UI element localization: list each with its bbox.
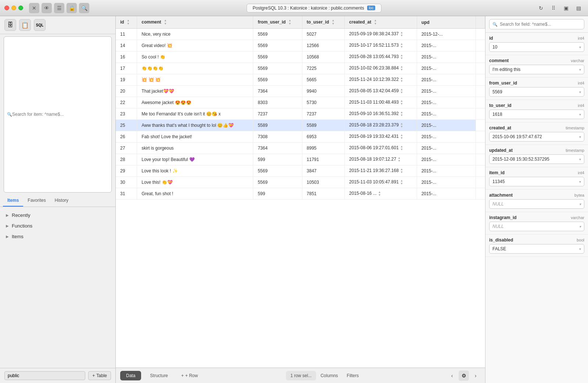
cell-upd[interactable]: 2015-...	[417, 97, 476, 108]
cell-comment[interactable]: Love your top! Beautiful 💜	[137, 154, 253, 165]
prev-arrow[interactable]: ‹	[447, 371, 457, 381]
settings-icon[interactable]: ⚙	[459, 371, 469, 381]
row-selection-info[interactable]: 1 row sel...	[286, 371, 316, 380]
cell-to_user_id[interactable]: 7851	[302, 188, 345, 200]
cell-comment[interactable]: Fab shot! Love the jacket!	[137, 131, 253, 143]
field-value-created_at[interactable]: 2015-10-06 19:57:47.672 ▾	[489, 132, 584, 142]
grid-icon[interactable]: ⠿	[548, 3, 559, 13]
refresh-icon[interactable]: ↻	[536, 3, 546, 13]
panel-right-icon[interactable]: ▤	[573, 3, 584, 13]
cell-comment[interactable]: 👏👏👏👏	[137, 63, 253, 74]
table-row[interactable]: 17👏👏👏👏556972252015-10-02 06:23:38.884▲▼2…	[116, 63, 485, 74]
field-value-from_user_id[interactable]: 5569 ▾	[489, 87, 584, 97]
field-value-attachment[interactable]: NULL ▾	[489, 199, 584, 209]
next-arrow[interactable]: ›	[470, 371, 481, 381]
cell-from_user_id[interactable]: 5569	[253, 165, 302, 177]
table-row[interactable]: 30Love this! 👏💝5569105032015-11-03 10:05…	[116, 177, 485, 188]
field-value-id[interactable]: 10 ▾	[489, 42, 584, 52]
db-icon[interactable]: 🗄	[4, 19, 16, 31]
cell-from_user_id[interactable]: 5569	[253, 177, 302, 188]
cell-upd[interactable]: 2015-...	[417, 108, 476, 120]
cell-created_at[interactable]: 2015-09-19 08:38:24.337▲▼	[345, 29, 417, 40]
cell-comment[interactable]: Nice, very nice	[137, 29, 253, 40]
cell-id[interactable]: 30	[116, 177, 137, 188]
tab-history[interactable]: History	[50, 195, 73, 207]
cell-upd[interactable]: 2015-...	[417, 131, 476, 143]
data-table-container[interactable]: id ▲▼ comment ▲▼ from_user_id ▲▼ to_us	[116, 16, 485, 368]
cell-id[interactable]: 17	[116, 63, 137, 74]
cell-id[interactable]: 14	[116, 40, 137, 51]
cell-upd[interactable]: 2015-...	[417, 51, 476, 63]
lock-icon[interactable]: 🔒	[67, 3, 77, 13]
cell-id[interactable]: 22	[116, 97, 137, 108]
field-value-comment[interactable]: I'm editing this ▾	[489, 65, 584, 74]
cell-comment[interactable]: Me too Fernanda! It's cute isn't it 😊😘 x	[137, 108, 253, 120]
cell-to_user_id[interactable]: 5589	[302, 120, 345, 131]
cell-upd[interactable]: 2015-...	[417, 143, 476, 154]
sql-icon[interactable]: SQL	[34, 19, 46, 31]
tab-data[interactable]: Data	[120, 371, 141, 380]
sidebar-item-items[interactable]: ▶ Items	[0, 231, 115, 242]
cell-id[interactable]: 28	[116, 154, 137, 165]
cell-to_user_id[interactable]: 5665	[302, 74, 345, 86]
cell-comment[interactable]: Great, fun shot !	[137, 188, 253, 200]
col-comment[interactable]: comment ▲▼	[137, 16, 253, 29]
cell-id[interactable]: 25	[116, 120, 137, 131]
cell-created_at[interactable]: 2015-11-03 10:05:47.891▲▼	[345, 177, 417, 188]
schema-select[interactable]: public	[4, 371, 85, 380]
tab-items[interactable]: Items	[3, 195, 23, 207]
sidebar-search-input[interactable]	[12, 112, 108, 117]
cell-comment[interactable]: Love this look ! ✨	[137, 165, 253, 177]
cell-to_user_id[interactable]: 3847	[302, 165, 345, 177]
table-row[interactable]: 19💥 💥 💥556956652015-11-24 10:12:39.322▲▼…	[116, 74, 485, 86]
sidebar-search[interactable]: 🔍	[4, 36, 112, 193]
table-icon[interactable]: 📋	[19, 19, 31, 31]
cell-to_user_id[interactable]: 7237	[302, 108, 345, 120]
cell-from_user_id[interactable]: 599	[253, 188, 302, 200]
cell-to_user_id[interactable]: 8995	[302, 143, 345, 154]
field-value-updated_at[interactable]: 2015-12-08 15:30:52.537295 ▾	[489, 154, 584, 164]
cell-id[interactable]: 19	[116, 74, 137, 86]
table-row[interactable]: 27skirt is gorgeous736489952015-08-06 19…	[116, 143, 485, 154]
cell-id[interactable]: 29	[116, 165, 137, 177]
cell-id[interactable]: 26	[116, 131, 137, 143]
cell-id[interactable]: 11	[116, 29, 137, 40]
maximize-button[interactable]	[18, 6, 23, 10]
cell-from_user_id[interactable]: 7364	[253, 143, 302, 154]
cell-created_at[interactable]: 2015-08-05 13:42:04.459▲▼	[345, 86, 417, 97]
field-value-instagram_id[interactable]: NULL ▾	[489, 222, 584, 231]
panel-left-icon[interactable]: ▣	[561, 3, 571, 13]
col-created-at[interactable]: created_at ▲▼	[345, 16, 417, 29]
cell-to_user_id[interactable]: 9940	[302, 86, 345, 97]
cell-upd[interactable]: 2015-...	[417, 74, 476, 86]
table-row[interactable]: 22Awesome jacket 😍😍😍830357302015-11-03 1…	[116, 97, 485, 108]
cell-to_user_id[interactable]: 7225	[302, 63, 345, 74]
cell-created_at[interactable]: 2015-08-18 23:28:23.379▲▼	[345, 120, 417, 131]
cell-id[interactable]: 16	[116, 51, 137, 63]
cell-created_at[interactable]: 2015-11-24 10:12:39.322▲▼	[345, 74, 417, 86]
cell-from_user_id[interactable]: 5569	[253, 74, 302, 86]
cell-upd[interactable]: 2015-...	[417, 40, 476, 51]
minimize-button[interactable]	[11, 6, 16, 10]
cell-created_at[interactable]: 2015-10-17 16:52:11.573▲▼	[345, 40, 417, 51]
cell-created_at[interactable]: 2015-11-03 11:00:48.493▲▼	[345, 97, 417, 108]
cell-id[interactable]: 20	[116, 86, 137, 97]
cell-comment[interactable]: Aww thanks that's what I thought to lol …	[137, 120, 253, 131]
cell-created_at[interactable]: 2015-08-06 19:27:01.601▲▼	[345, 143, 417, 154]
sidebar-item-recently[interactable]: ▶ Recently	[0, 210, 115, 221]
cell-to_user_id[interactable]: 10503	[302, 177, 345, 188]
cell-from_user_id[interactable]: 7237	[253, 108, 302, 120]
cell-from_user_id[interactable]: 8303	[253, 97, 302, 108]
cell-from_user_id[interactable]: 7364	[253, 86, 302, 97]
cell-created_at[interactable]: 2015-10-02 06:23:38.884▲▼	[345, 63, 417, 74]
cell-id[interactable]: 31	[116, 188, 137, 200]
cell-created_at[interactable]: 2015-08-28 13:05:44.793▲▼	[345, 51, 417, 63]
columns-button[interactable]: Columns	[316, 371, 342, 380]
cell-upd[interactable]: 2015-...	[417, 63, 476, 74]
filters-button[interactable]: Filters	[343, 371, 363, 380]
table-row[interactable]: 25Aww thanks that's what I thought to lo…	[116, 120, 485, 131]
table-row[interactable]: 29Love this look ! ✨556938472015-11-21 1…	[116, 165, 485, 177]
cell-from_user_id[interactable]: 5589	[253, 120, 302, 131]
col-from-user-id[interactable]: from_user_id ▲▼	[253, 16, 302, 29]
cell-to_user_id[interactable]: 11791	[302, 154, 345, 165]
